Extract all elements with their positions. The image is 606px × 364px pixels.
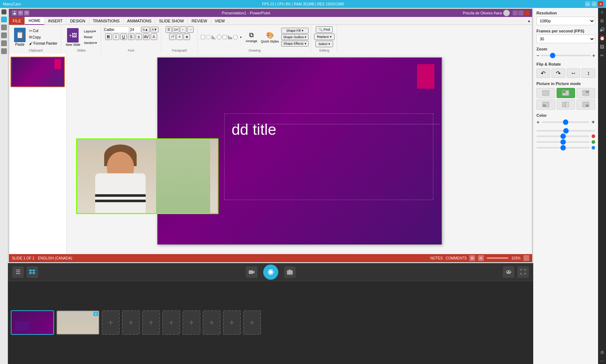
green-slider[interactable] <box>536 141 589 143</box>
shape-7[interactable] <box>233 35 238 39</box>
flip-h-btn[interactable]: ↔ <box>567 68 580 78</box>
font-size-input[interactable] <box>130 26 141 33</box>
expand-btn[interactable]: ⛶ <box>517 266 529 278</box>
align-text-btn[interactable]: ≡ <box>176 34 183 40</box>
shapes-more-btn[interactable]: ▾ <box>239 35 243 39</box>
sidebar-icon-2[interactable] <box>1 17 7 22</box>
far-right-icon-1[interactable]: ≡ <box>599 9 605 15</box>
cut-button[interactable]: ✂ Cut <box>28 28 59 34</box>
tab-slideshow[interactable]: SLIDE SHOW <box>155 17 188 25</box>
smartart-btn[interactable]: ◈ <box>183 34 190 40</box>
shape-fill-btn[interactable]: Shape Fill ▾ <box>281 28 309 34</box>
shape-3[interactable] <box>212 35 216 39</box>
fps-select[interactable]: 30 60 24 <box>536 35 595 43</box>
pip-btn-5[interactable] <box>557 99 575 110</box>
far-right-icon-8[interactable]: ⋯ <box>599 358 605 364</box>
format-painter-button[interactable]: 🖌 Format Painter <box>28 41 59 46</box>
minimize-button[interactable]: — <box>585 1 590 6</box>
fit-slide-btn[interactable] <box>523 255 529 261</box>
shape-6[interactable] <box>228 35 232 39</box>
pip-btn-6[interactable] <box>576 99 595 110</box>
notes-button[interactable]: NOTES <box>430 256 443 260</box>
shape-outline-btn[interactable]: Shape Outline ▾ <box>281 34 309 40</box>
ppt-redo-icon[interactable]: ↷ <box>24 10 29 15</box>
sidebar-icon-4[interactable] <box>1 32 7 38</box>
ribbon-expand-btn[interactable]: ▴ <box>526 17 532 25</box>
pip-btn-1[interactable] <box>536 88 555 98</box>
copy-button[interactable]: ⧉ Copy <box>28 34 59 40</box>
slide-thumbnail-1[interactable]: 1 <box>10 57 65 87</box>
blue-slider[interactable] <box>536 147 589 148</box>
slide-title[interactable]: dd title <box>225 114 433 138</box>
strikethrough-btn[interactable]: S <box>128 34 134 40</box>
tab-file[interactable]: FILE <box>9 17 25 25</box>
font-family-input[interactable] <box>104 26 129 33</box>
shape-2[interactable] <box>206 35 211 39</box>
sidebar-icon-1[interactable] <box>1 9 6 14</box>
source-thumb-1[interactable] <box>11 310 54 335</box>
add-source-btn-8[interactable]: + <box>243 310 261 335</box>
tab-home[interactable]: HOME <box>25 17 44 25</box>
flip-left-btn[interactable]: ↶ <box>536 68 550 78</box>
snapshot-btn[interactable] <box>284 266 296 278</box>
quick-styles-button[interactable]: 🎨 Quick Styles <box>260 31 280 44</box>
underline-btn[interactable]: U <box>120 34 127 40</box>
ppt-close-btn[interactable] <box>524 10 529 15</box>
tab-review[interactable]: REVIEW <box>188 17 211 25</box>
shape-effects-btn[interactable]: Shape Effects ▾ <box>281 41 309 46</box>
tab-design[interactable]: DESIGN <box>66 17 89 25</box>
saturation-slider[interactable] <box>536 130 595 132</box>
bullets-btn[interactable]: ☰ <box>165 26 172 33</box>
maximize-button[interactable]: □ <box>592 1 597 6</box>
add-source-btn-6[interactable]: + <box>203 310 221 335</box>
shape-5[interactable] <box>222 35 227 39</box>
zoom-slider-input[interactable] <box>541 55 591 56</box>
tab-animations[interactable]: ANIMATIONS <box>124 17 156 25</box>
pip-btn-4[interactable] <box>536 99 555 110</box>
bold-btn[interactable]: B <box>105 34 112 40</box>
far-right-icon-6[interactable]: ✏ <box>599 53 605 58</box>
increase-indent-btn[interactable]: → <box>187 26 194 33</box>
slide-title-textbox[interactable]: dd title <box>224 114 433 200</box>
camera-toggle-btn[interactable] <box>246 266 257 278</box>
add-source-btn-4[interactable]: + <box>162 310 180 335</box>
pip-btn-2[interactable] <box>557 88 575 98</box>
ppt-maximize-btn[interactable] <box>518 10 523 15</box>
sources-button[interactable] <box>27 266 38 278</box>
add-source-btn-3[interactable]: + <box>142 310 160 335</box>
add-source-btn-5[interactable]: + <box>182 310 200 335</box>
live-broadcast-btn[interactable] <box>263 265 278 280</box>
tab-transitions[interactable]: TRANSITIONS <box>89 17 124 25</box>
numbering-btn[interactable]: 1≡ <box>173 26 179 33</box>
italic-btn[interactable]: I <box>113 34 119 40</box>
shape-1[interactable] <box>201 35 205 39</box>
zoom-plus-icon[interactable]: + <box>592 53 595 58</box>
far-right-icon-4[interactable]: ⏰ <box>599 35 605 41</box>
zoom-minus-icon[interactable]: − <box>536 53 539 58</box>
paste-button[interactable]: 📋 Paste <box>13 27 27 47</box>
replace-button[interactable]: Replace ▾ <box>314 34 335 40</box>
far-right-icon-2[interactable]: ⊞ <box>599 18 605 24</box>
fontcolor-btn[interactable]: A <box>151 34 157 40</box>
flip-v-btn[interactable]: ↕ <box>581 68 595 78</box>
menu-button[interactable]: ☰ <box>12 266 24 278</box>
zoom-slider[interactable] <box>487 257 508 259</box>
resolution-select[interactable]: 1080p 720p 480p <box>536 17 595 25</box>
find-button[interactable]: 🔍 Find <box>316 26 333 33</box>
add-source-btn-2[interactable]: + <box>122 310 140 335</box>
sidebar-icon-3[interactable] <box>1 25 7 30</box>
select-button[interactable]: Select ▾ <box>315 41 333 47</box>
pip-btn-3[interactable] <box>576 88 595 98</box>
ppt-minimize-btn[interactable] <box>513 10 518 15</box>
font-shrink-btn[interactable]: A▼ <box>150 27 159 32</box>
close-button[interactable]: ✕ <box>598 1 603 6</box>
shadow-btn[interactable]: s <box>136 34 142 40</box>
comments-button[interactable]: COMMENTS <box>446 256 466 260</box>
far-right-icon-7[interactable]: ⚙ <box>599 350 605 355</box>
new-slide-button[interactable]: +🖼 New Slide <box>64 27 82 47</box>
sidebar-icon-6[interactable] <box>1 48 7 54</box>
red-slider[interactable] <box>536 136 589 137</box>
view-normal-btn[interactable]: ⊞ <box>469 255 475 261</box>
add-source-btn-1[interactable]: + <box>102 310 120 335</box>
webcam-overlay[interactable] <box>76 138 218 214</box>
